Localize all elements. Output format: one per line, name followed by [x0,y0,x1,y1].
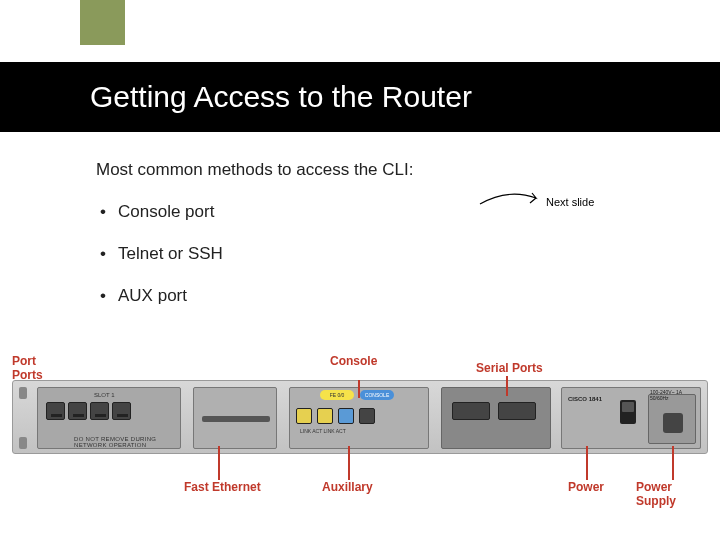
rj45-port [46,402,65,420]
slide-title: Getting Access to the Router [90,80,472,114]
title-bar: Getting Access to the Router [0,62,720,132]
callout-fastethernet: Fast Ethernet [184,480,261,494]
cf-slot [193,387,277,449]
bullet-telnet-ssh: Telnet or SSH [96,244,413,264]
router-chassis: SLOT 1 DO NOT REMOVE DURING NETWORK OPER… [12,380,708,454]
power-spec-label: 100-240V~ 1A 50/60Hz [650,390,700,401]
console-port [338,408,354,424]
fe-port [317,408,333,424]
slot-warning: DO NOT REMOVE DURING NETWORK OPERATION [74,436,180,448]
callout-aux-port: Auxillary [322,480,373,494]
port-row [46,402,131,420]
bullet-aux: AUX port [96,286,413,306]
callout-serial-ports: Serial Ports [476,361,543,375]
cf-slit [202,416,270,422]
right-panel: CISCO 1841 100-240V~ 1A 50/60Hz [561,387,701,449]
bullet-console: Console port [96,202,413,222]
rj45-port [68,402,87,420]
callout-power-supply: Power Supply [636,480,708,508]
mid-top-labels: FE 0/0 CONSOLE [320,390,394,400]
next-slide-label: Next slide [546,196,594,208]
device-logo: CISCO 1841 [568,396,602,402]
content-block: Most common methods to access the CLI: C… [96,160,413,328]
callout-console-port: Console [330,354,377,368]
mid-sublabel: LINK ACT LINK ACT [300,428,346,434]
rj45-port [112,402,131,420]
fe-port [296,408,312,424]
fe-label: FE 0/0 [320,390,354,400]
callout-power-switch: Power [568,480,604,494]
callout-line [218,446,220,480]
intro-text: Most common methods to access the CLI: [96,160,413,180]
expansion-slot: SLOT 1 DO NOT REMOVE DURING NETWORK OPER… [37,387,181,449]
serial-port [452,402,490,420]
callout-line [358,380,360,398]
rack-hole [19,387,27,399]
rack-hole [19,437,27,449]
callout-line [348,446,350,480]
callout-line [506,376,508,396]
power-supply [648,394,696,444]
power-switch [620,400,636,424]
console-label: CONSOLE [360,390,394,400]
slot-label: SLOT 1 [94,392,115,398]
callout-line [672,446,674,480]
serial-panel [441,387,551,449]
router-diagram: SLOT 1 DO NOT REMOVE DURING NETWORK OPER… [12,354,708,514]
rj45-port [90,402,109,420]
arrow-icon [478,190,548,210]
bullet-list: Console port Telnet or SSH AUX port [96,202,413,306]
serial-port [498,402,536,420]
callout-line [586,446,588,480]
aux-port [359,408,375,424]
mid-ports [296,408,375,424]
accent-block [80,0,125,45]
